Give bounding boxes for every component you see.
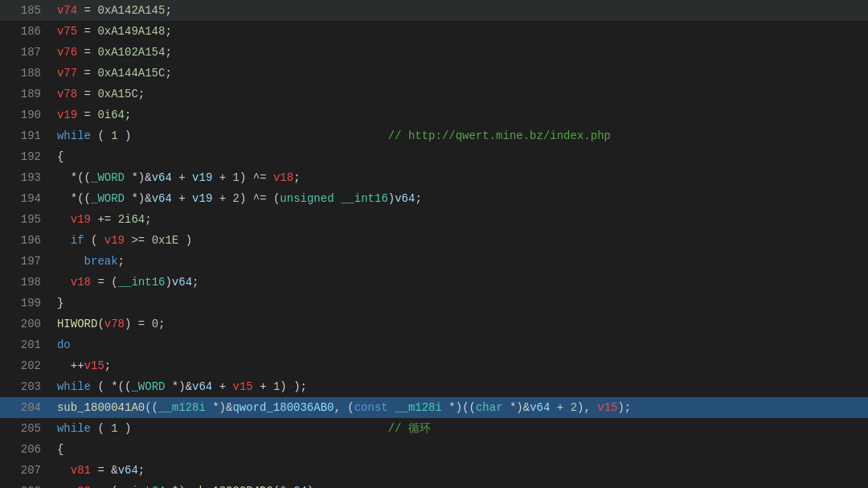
line-code: {: [51, 146, 868, 167]
code-table: 185v74 = 0xA142A145;186v75 = 0xA149A148;…: [0, 0, 868, 488]
line-number: 200: [0, 314, 51, 334]
line-code: v76 = 0xA102A154;: [51, 42, 868, 63]
line-number: 191: [0, 125, 51, 146]
line-number: 207: [0, 460, 51, 481]
line-number: 190: [0, 105, 51, 125]
line-number: 194: [0, 188, 51, 209]
line-number: 208: [0, 481, 51, 488]
line-number: 187: [0, 42, 51, 63]
line-code: v19 = 0i64;: [51, 105, 868, 125]
line-number: 203: [0, 376, 51, 397]
line-number: 185: [0, 0, 51, 21]
line-code: while ( 1 ) // http://qwert.mine.bz/inde…: [51, 125, 868, 146]
line-code: {: [51, 439, 868, 460]
line-code: v75 = 0xA149A148;: [51, 21, 868, 42]
line-number: 201: [0, 334, 51, 355]
line-code: while ( *((_WORD *)&v64 + v15 + 1) );: [51, 376, 868, 397]
line-code: *((_WORD *)&v64 + v19 + 1) ^= v18;: [51, 167, 868, 188]
line-code: *((_WORD *)&v64 + v19 + 2) ^= (unsigned …: [51, 188, 868, 209]
line-code: ++v15;: [51, 355, 868, 376]
line-code: HIWORD(v78) = 0;: [51, 314, 868, 334]
line-number: 206: [0, 439, 51, 460]
line-code: if ( v19 >= 0x1E ): [51, 230, 868, 251]
line-number: 202: [0, 355, 51, 376]
line-number: 196: [0, 230, 51, 251]
line-code: v81 = &v64;: [51, 460, 868, 481]
line-number: 197: [0, 251, 51, 272]
line-code: while ( 1 ) // 循环: [51, 418, 868, 439]
line-code: v19 += 2i64;: [51, 209, 868, 230]
code-editor: 185v74 = 0xA142A145;186v75 = 0xA149A148;…: [0, 0, 868, 488]
line-number: 193: [0, 167, 51, 188]
line-code: break;: [51, 251, 868, 272]
line-number: 205: [0, 418, 51, 439]
line-number: 186: [0, 21, 51, 42]
line-code: v18 = (__int16)v64;: [51, 272, 868, 293]
line-number: 204: [0, 397, 51, 418]
line-code: v78 = 0xA15C;: [51, 84, 868, 105]
line-code: sub_1800041A0((__m128i *)&qword_180036AB…: [51, 397, 868, 418]
line-number: 189: [0, 84, 51, 105]
line-number: 195: [0, 209, 51, 230]
line-code: }: [51, 293, 868, 314]
line-code: v74 = 0xA142A145;: [51, 0, 868, 21]
line-number: 192: [0, 146, 51, 167]
line-number: 199: [0, 293, 51, 314]
line-code: v77 = 0xA144A15C;: [51, 63, 868, 84]
line-code: v20 = (__int64 *)sub_18000B4D0(&v64);: [51, 481, 868, 488]
line-number: 198: [0, 272, 51, 293]
line-number: 188: [0, 63, 51, 84]
line-code: do: [51, 334, 868, 355]
